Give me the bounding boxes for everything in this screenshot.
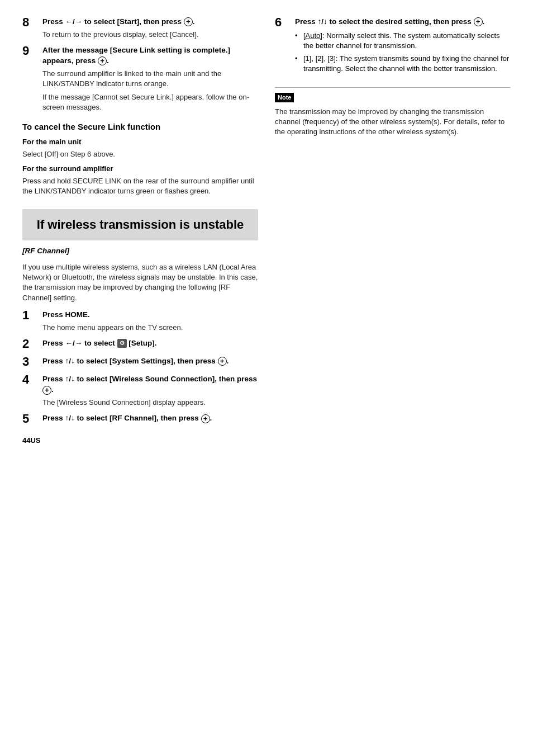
wireless-step-3: 3 Press ↑/↓ to select [System Settings],…: [22, 356, 258, 368]
circle-plus-icon-6: +: [474, 17, 483, 26]
wireless-step-5-content: Press ↑/↓ to select [RF Channel], then p…: [42, 413, 258, 426]
step-8-number: 8: [22, 16, 38, 29]
wireless-step-4-content: Press ↑/↓ to select [Wireless Sound Conn…: [42, 374, 258, 408]
wireless-step-5-title: Press ↑/↓ to select [RF Channel], then p…: [42, 413, 258, 424]
bullet-auto-text: [Auto]: Normally select this. The system…: [303, 31, 511, 51]
step-6-title: Press ↑/↓ to select the desired setting,…: [295, 17, 511, 27]
step-9-number: 9: [22, 44, 38, 58]
circle-plus-icon-4: +: [42, 386, 51, 395]
for-main-unit-label: For the main unit: [22, 137, 258, 147]
step-9-body2: If the message [Cannot set Secure Link.]…: [42, 92, 258, 112]
cancel-section: To cancel the Secure Link function For t…: [22, 121, 258, 197]
wireless-step-4: 4 Press ↑/↓ to select [Wireless Sound Co…: [22, 374, 258, 408]
auto-label: [Auto]: [303, 31, 322, 40]
page-number: 44US: [22, 436, 258, 446]
circle-plus-icon-3: +: [218, 357, 227, 366]
note-box: Note The transmission may be improved by…: [275, 92, 511, 138]
wireless-step-4-title: Press ↑/↓ to select [Wireless Sound Conn…: [42, 374, 258, 395]
step-8: 8 Press ←/→ to select [Start], then pres…: [22, 17, 258, 40]
step-6: 6 Press ↑/↓ to select the desired settin…: [275, 17, 511, 77]
wireless-intro: If you use multiple wireless systems, su…: [22, 262, 258, 303]
wireless-step-1-number: 1: [22, 309, 38, 322]
wireless-step-1-body: The home menu appears on the TV screen.: [42, 323, 258, 333]
wireless-step-3-title: Press ↑/↓ to select [System Settings], t…: [42, 356, 258, 367]
step-6-content: Press ↑/↓ to select the desired setting,…: [295, 17, 511, 77]
for-main-unit-text: Select [Off] on Step 6 above.: [22, 149, 258, 159]
note-text: The transmission may be improved by chan…: [275, 107, 511, 138]
bullet-123-text: [1], [2], [3]: The system transmits soun…: [303, 54, 511, 74]
step-8-content: Press ←/→ to select [Start], then press …: [42, 17, 258, 40]
setup-icon: ⚙: [117, 339, 127, 348]
bullet-123: • [1], [2], [3]: The system transmits so…: [295, 54, 511, 74]
wireless-step-4-number: 4: [22, 373, 38, 386]
wireless-step-1-title: Press HOME.: [42, 310, 258, 320]
left-column: 8 Press ←/→ to select [Start], then pres…: [22, 17, 258, 739]
right-column: 6 Press ↑/↓ to select the desired settin…: [275, 17, 511, 739]
wireless-step-2-content: Press ←/→ to select ⚙ [Setup].: [42, 338, 258, 351]
wireless-step-1-content: Press HOME. The home menu appears on the…: [42, 310, 258, 333]
step-9-body1: The surround amplifier is linked to the …: [42, 69, 258, 89]
note-label: Note: [275, 93, 294, 102]
for-surround-text: Press and hold SECURE LINK on the rear o…: [22, 176, 258, 196]
bullet-dot-2: •: [295, 54, 301, 64]
bullet-auto: • [Auto]: Normally select this. The syst…: [295, 31, 511, 51]
wireless-step-4-body: The [Wireless Sound Connection] display …: [42, 398, 258, 408]
step-9-title: After the message [Secure Link setting i…: [42, 45, 258, 67]
step-8-body: To return to the previous display, selec…: [42, 30, 258, 40]
wireless-step-2-number: 2: [22, 337, 38, 351]
wireless-step-1: 1 Press HOME. The home menu appears on t…: [22, 310, 258, 333]
step-9: 9 After the message [Secure Link setting…: [22, 45, 258, 113]
circle-plus-icon-8: +: [184, 17, 193, 26]
wireless-step-2: 2 Press ←/→ to select ⚙ [Setup].: [22, 338, 258, 351]
wireless-step-3-number: 3: [22, 355, 38, 368]
circle-plus-icon-5: +: [201, 414, 210, 423]
wireless-step-2-title: Press ←/→ to select ⚙ [Setup].: [42, 338, 258, 349]
step-8-title: Press ←/→ to select [Start], then press …: [42, 17, 258, 27]
wireless-section-heading: If wireless transmission is unstable: [32, 217, 248, 233]
wireless-step-5: 5 Press ↑/↓ to select [RF Channel], then…: [22, 413, 258, 426]
rf-channel-label: [RF Channel]: [22, 246, 258, 257]
for-surround-label: For the surround amplifier: [22, 164, 258, 174]
step-9-content: After the message [Secure Link setting i…: [42, 45, 258, 113]
page: 8 Press ←/→ to select [Start], then pres…: [0, 0, 533, 756]
wireless-step-5-number: 5: [22, 412, 38, 426]
step-6-number: 6: [275, 16, 291, 29]
cancel-section-heading: To cancel the Secure Link function: [22, 121, 258, 133]
bullet-dot-1: •: [295, 31, 301, 41]
circle-plus-icon-9: +: [98, 56, 107, 65]
wireless-step-3-content: Press ↑/↓ to select [System Settings], t…: [42, 356, 258, 368]
wireless-section-box: If wireless transmission is unstable: [22, 209, 258, 241]
